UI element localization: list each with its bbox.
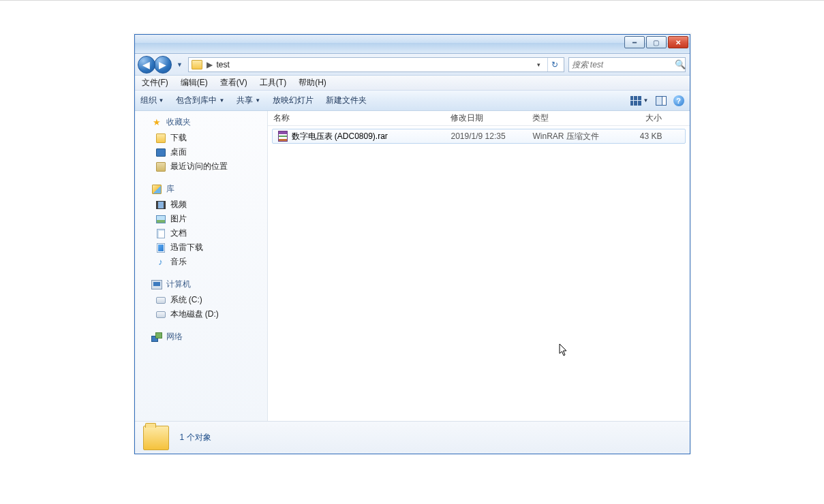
body: ★ 收藏夹 下载 桌面 最近访问的位置 <box>135 111 690 421</box>
navigation-bar: ◀ ▶ ▼ ▶ test ▾ ↻ 🔍 <box>135 54 690 76</box>
sidebar-item-videos[interactable]: 视频 <box>140 198 266 212</box>
command-bar: 组织▼ 包含到库中▼ 共享▼ 放映幻灯片 新建文件夹 ▼ ? <box>135 91 690 111</box>
menu-file[interactable]: 文件(F) <box>139 76 171 90</box>
menu-help[interactable]: 帮助(H) <box>296 76 329 90</box>
sidebar-item-desktop[interactable]: 桌面 <box>140 145 266 159</box>
maximize-icon: ▢ <box>653 39 659 46</box>
search-input[interactable] <box>572 60 675 69</box>
share-label: 共享 <box>236 95 253 106</box>
sidebar-head-network[interactable]: 网络 <box>140 330 266 344</box>
network-icon <box>151 332 162 342</box>
sidebar-label: 库 <box>166 183 174 195</box>
sidebar-group-libraries: 库 视频 图片 文档 迅雷下载 <box>140 182 266 269</box>
sidebar-item-recent[interactable]: 最近访问的位置 <box>140 159 266 174</box>
sidebar-item-label: 迅雷下载 <box>170 242 203 253</box>
sidebar-item-pictures[interactable]: 图片 <box>140 212 266 226</box>
preview-pane-toggle[interactable] <box>656 96 667 106</box>
menu-view[interactable]: 查看(V) <box>217 76 250 90</box>
sidebar-item-thunder-download[interactable]: 迅雷下载 <box>140 240 266 255</box>
file-list-pane: 名称 修改日期 类型 大小 数字电压表 (ADC0809).rar 2019/1… <box>268 111 690 421</box>
chevron-down-icon: ▼ <box>643 97 649 104</box>
rar-archive-icon <box>278 131 288 142</box>
details-pane: 1 个对象 <box>135 421 690 454</box>
share-button[interactable]: 共享▼ <box>236 95 260 106</box>
sidebar-group-favorites: ★ 收藏夹 下载 桌面 最近访问的位置 <box>140 115 266 174</box>
forward-button[interactable]: ▶ <box>154 56 172 74</box>
view-mode-button[interactable]: ▼ <box>630 96 649 106</box>
file-date: 2019/1/9 12:35 <box>451 131 533 141</box>
column-header-row: 名称 修改日期 类型 大小 <box>268 111 690 126</box>
computer-icon <box>151 280 162 289</box>
libraries-icon <box>152 185 162 194</box>
recent-icon <box>156 162 166 172</box>
include-in-library-button[interactable]: 包含到库中▼ <box>176 95 224 106</box>
drive-icon <box>156 311 166 318</box>
sidebar-item-downloads[interactable]: 下载 <box>140 131 266 145</box>
slideshow-label: 放映幻灯片 <box>273 95 314 106</box>
thunder-icon <box>157 243 165 253</box>
sidebar-item-label: 桌面 <box>170 146 187 158</box>
address-bar[interactable]: ▶ test ▾ ↻ <box>188 57 564 72</box>
breadcrumb-current[interactable]: test <box>217 60 230 69</box>
file-row[interactable]: 数字电压表 (ADC0809).rar 2019/1/9 12:35 WinRA… <box>272 129 686 144</box>
sidebar-label: 网络 <box>166 331 183 343</box>
arrow-right-icon: ▶ <box>159 59 166 70</box>
history-dropdown[interactable]: ▼ <box>176 56 184 74</box>
sidebar-item-music[interactable]: ♪ 音乐 <box>140 255 266 269</box>
close-button[interactable]: ✕ <box>668 36 688 48</box>
refresh-icon: ↻ <box>551 60 558 69</box>
maximize-button[interactable]: ▢ <box>646 36 667 48</box>
help-button[interactable]: ? <box>673 95 684 106</box>
sidebar-item-label: 图片 <box>170 213 187 225</box>
refresh-button[interactable]: ↻ <box>547 58 562 72</box>
file-name: 数字电压表 (ADC0809).rar <box>292 131 388 142</box>
organize-label: 组织 <box>140 95 157 106</box>
minimize-icon: ━ <box>632 39 637 46</box>
view-grid-icon <box>630 96 641 106</box>
new-folder-label: 新建文件夹 <box>326 95 367 106</box>
organize-button[interactable]: 组织▼ <box>140 95 164 106</box>
sidebar-item-label: 下载 <box>170 132 187 144</box>
search-box[interactable]: 🔍 <box>568 57 686 72</box>
sidebar-item-documents[interactable]: 文档 <box>140 226 266 240</box>
help-icon: ? <box>676 97 681 105</box>
sidebar-item-label: 系统 (C:) <box>170 294 202 306</box>
slideshow-button[interactable]: 放映幻灯片 <box>273 95 314 106</box>
sidebar-item-label: 本地磁盘 (D:) <box>170 309 219 320</box>
object-count: 1 个对象 <box>180 432 211 443</box>
column-header-name[interactable]: 名称 <box>273 112 451 124</box>
sidebar-group-network: 网络 <box>140 330 266 344</box>
column-header-type[interactable]: 类型 <box>532 112 621 124</box>
minimize-button[interactable]: ━ <box>624 36 645 48</box>
menu-edit[interactable]: 编辑(E) <box>178 76 211 90</box>
back-button[interactable]: ◀ <box>138 56 155 74</box>
drive-icon <box>156 297 166 304</box>
sidebar-item-label: 视频 <box>170 199 187 210</box>
close-icon: ✕ <box>675 39 681 46</box>
menu-bar: 文件(F) 编辑(E) 查看(V) 工具(T) 帮助(H) <box>135 76 690 91</box>
pictures-icon <box>156 215 166 223</box>
include-label: 包含到库中 <box>176 95 217 106</box>
music-icon: ♪ <box>155 257 166 268</box>
sidebar-head-favorites[interactable]: ★ 收藏夹 <box>140 115 266 129</box>
explorer-window: ━ ▢ ✕ ◀ ▶ ▼ ▶ test ▾ ↻ 🔍 <box>134 34 690 454</box>
sidebar-head-libraries[interactable]: 库 <box>140 182 266 196</box>
chevron-down-icon: ▼ <box>255 97 260 104</box>
column-header-date[interactable]: 修改日期 <box>451 112 532 124</box>
sidebar-item-drive-c[interactable]: 系统 (C:) <box>140 293 266 307</box>
new-folder-button[interactable]: 新建文件夹 <box>326 95 367 106</box>
chevron-down-icon: ▼ <box>159 97 164 104</box>
address-dropdown[interactable]: ▾ <box>534 61 543 68</box>
sidebar-label: 计算机 <box>166 279 191 290</box>
sidebar-head-computer[interactable]: 计算机 <box>140 277 266 292</box>
video-icon <box>156 201 166 209</box>
menu-tools[interactable]: 工具(T) <box>257 76 289 90</box>
file-type: WinRAR 压缩文件 <box>533 131 622 142</box>
sidebar-item-label: 最近访问的位置 <box>170 161 228 172</box>
column-header-size[interactable]: 大小 <box>621 112 662 124</box>
chevron-down-icon: ▼ <box>219 97 224 104</box>
sidebar-item-label: 文档 <box>170 227 187 239</box>
document-icon <box>157 229 165 238</box>
sidebar-item-label: 音乐 <box>170 256 187 268</box>
sidebar-item-drive-d[interactable]: 本地磁盘 (D:) <box>140 307 266 321</box>
